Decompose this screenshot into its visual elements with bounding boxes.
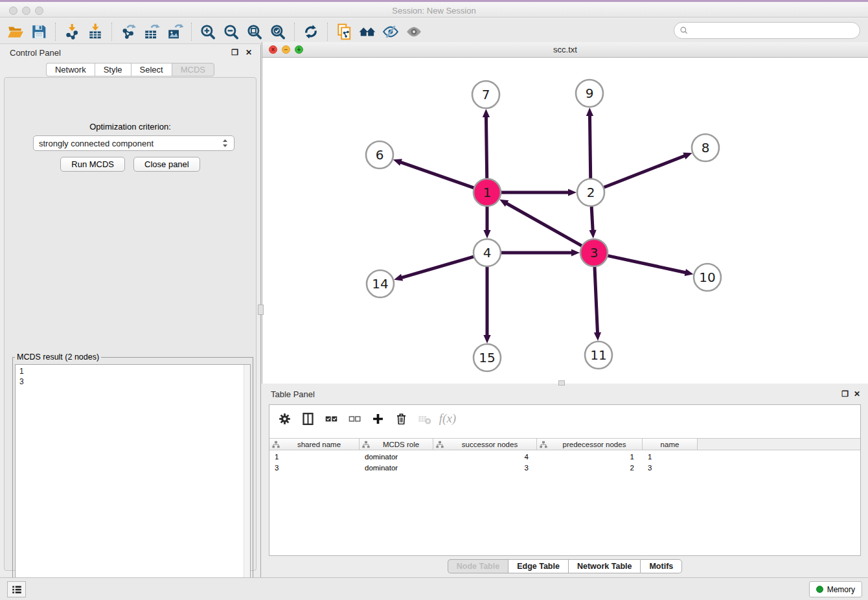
- graph-node-label-4: 4: [483, 245, 492, 260]
- export-network-icon: [120, 23, 137, 40]
- network-canvas[interactable]: 7968124314101511: [262, 58, 868, 384]
- table-toolbar: f(x): [269, 405, 860, 432]
- edge-2-3[interactable]: [591, 204, 593, 231]
- table-cell[interactable]: dominator: [360, 464, 433, 472]
- float-panel-icon[interactable]: ❐: [231, 48, 238, 57]
- column-type-icon: [362, 441, 370, 448]
- mcds-tab-content: Optimization criterion: strongly connect…: [4, 77, 257, 571]
- tab-select[interactable]: Select: [131, 63, 172, 76]
- mcds-result-list[interactable]: 1 3: [15, 364, 251, 596]
- table-cell[interactable]: 1: [269, 453, 360, 461]
- export-image-button[interactable]: [163, 21, 187, 42]
- hide-panel-button[interactable]: [379, 21, 402, 42]
- task-history-button[interactable]: [7, 581, 26, 597]
- memory-label: Memory: [827, 585, 855, 594]
- table-close-icon[interactable]: ✕: [854, 389, 860, 398]
- vertical-splitter-grip[interactable]: [258, 305, 264, 315]
- import-network-button[interactable]: [60, 21, 84, 42]
- table-row[interactable]: 1dominator411: [269, 451, 860, 462]
- column-type-icon: [540, 441, 547, 448]
- main-toolbar: [0, 19, 868, 44]
- search-box[interactable]: [674, 22, 860, 39]
- toggle-panel-button[interactable]: [298, 409, 317, 428]
- zoom-in-button[interactable]: [196, 21, 220, 42]
- node-table-container: f(x) shared nameMCDS rolesuccessor nodes…: [269, 404, 861, 556]
- zoom-out-button[interactable]: [220, 21, 243, 42]
- tab-network-table[interactable]: Network Table: [568, 559, 641, 573]
- table-cell[interactable]: 3: [433, 464, 537, 472]
- result-scrollbar[interactable]: [244, 365, 250, 595]
- zoom-selected-button[interactable]: [266, 21, 290, 42]
- graph-node-label-2: 2: [587, 185, 595, 200]
- edge-3-10[interactable]: [606, 255, 687, 273]
- column-header-name[interactable]: name: [643, 439, 698, 450]
- edge-arrowhead-3-11: [594, 332, 601, 341]
- zoom-fit-button[interactable]: [243, 21, 266, 42]
- memory-button[interactable]: Memory: [809, 581, 862, 597]
- column-header-successor-nodes[interactable]: successor nodes: [433, 439, 537, 450]
- close-panel-icon[interactable]: ✕: [246, 48, 252, 57]
- table-cell[interactable]: 1: [643, 453, 698, 461]
- network-graph[interactable]: 7968124314101511: [262, 58, 868, 384]
- column-header-label: shared name: [282, 441, 356, 448]
- table-float-icon[interactable]: ❐: [841, 389, 849, 398]
- column-header-predecessor-nodes[interactable]: predecessor nodes: [537, 439, 643, 450]
- table-row[interactable]: 3dominator323: [269, 462, 860, 473]
- edge-4-14[interactable]: [401, 256, 476, 278]
- delete-table-button: [415, 409, 434, 428]
- open-session-button[interactable]: [4, 21, 27, 42]
- settings-gear-icon: [278, 412, 291, 426]
- table-cell[interactable]: 1: [537, 453, 643, 461]
- import-table-button[interactable]: [84, 21, 107, 42]
- table-cell[interactable]: dominator: [360, 453, 433, 461]
- tab-network[interactable]: Network: [46, 63, 95, 76]
- control-panel-tabs: NetworkStyleSelectMCDS: [0, 63, 260, 76]
- edge-1-6[interactable]: [400, 162, 476, 189]
- table-cell[interactable]: 3: [643, 464, 698, 472]
- control-panel: Control Panel ❐ ✕ NetworkStyleSelectMCDS…: [0, 45, 261, 577]
- edge-3-11[interactable]: [595, 264, 598, 334]
- window-titlebar: Session: New Session: [0, 0, 868, 17]
- tab-edge-table[interactable]: Edge Table: [508, 559, 568, 573]
- column-header-MCDS-role[interactable]: MCDS role: [360, 439, 433, 450]
- home-layout-button[interactable]: [356, 21, 379, 42]
- run-mcds-button[interactable]: Run MCDS: [60, 157, 125, 172]
- show-panel-button[interactable]: [402, 21, 426, 42]
- network-view-titlebar[interactable]: × − + scc.txt: [262, 42, 868, 58]
- export-network-button[interactable]: [117, 21, 140, 42]
- close-panel-button[interactable]: Close panel: [133, 157, 200, 172]
- mcds-result-group: MCDS result (2 nodes) 1 3: [12, 352, 253, 599]
- edge-3-1[interactable]: [506, 203, 584, 247]
- optimization-criterion-select[interactable]: strongly connected component: [33, 135, 234, 151]
- show-panel-icon: [405, 23, 422, 40]
- tab-style[interactable]: Style: [95, 63, 131, 76]
- edge-2-8[interactable]: [602, 156, 685, 188]
- select-all-button[interactable]: [321, 409, 341, 428]
- control-panel-header: Control Panel ❐ ✕: [0, 45, 260, 62]
- tab-mcds[interactable]: MCDS: [172, 63, 214, 76]
- save-session-button[interactable]: [27, 21, 51, 42]
- edge-1-7[interactable]: [486, 116, 486, 181]
- column-header-shared-name[interactable]: shared name: [269, 439, 360, 450]
- tab-motifs[interactable]: Motifs: [640, 559, 682, 573]
- optimization-criterion-label: Optimization criterion:: [5, 122, 256, 132]
- table-cell[interactable]: 3: [269, 464, 360, 472]
- tab-node-table[interactable]: Node Table: [448, 559, 508, 573]
- edge-arrowhead-1-2: [568, 189, 577, 196]
- search-input[interactable]: [692, 24, 860, 37]
- refresh-button[interactable]: [299, 21, 323, 42]
- deselect-all-button[interactable]: [345, 409, 364, 428]
- edge-2-9[interactable]: [589, 115, 590, 181]
- table-panel-title: Table Panel: [271, 389, 315, 399]
- delete-column-button[interactable]: [391, 409, 411, 428]
- function-builder-icon: f(x): [439, 411, 456, 426]
- horizontal-splitter-grip[interactable]: [558, 380, 565, 386]
- clone-network-button[interactable]: [332, 21, 356, 42]
- settings-gear-button[interactable]: [275, 409, 294, 428]
- table-cell[interactable]: 2: [537, 464, 643, 472]
- window-title: Session: New Session: [0, 6, 868, 16]
- export-table-button[interactable]: [140, 21, 163, 42]
- add-column-button[interactable]: [368, 409, 387, 428]
- table-cell[interactable]: 4: [433, 453, 537, 461]
- add-column-icon: [371, 412, 385, 426]
